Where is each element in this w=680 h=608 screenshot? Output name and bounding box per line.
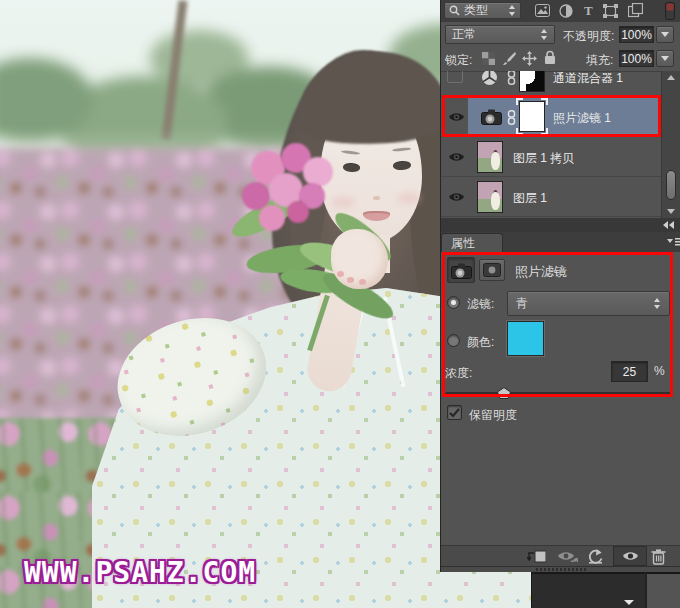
chevron-updown-icon bbox=[541, 29, 548, 40]
preserve-luminosity-label: 保留明度 bbox=[469, 407, 517, 424]
panel-group: 类型 T 正常 不透明度: 100% 锁定: 填充: 100% bbox=[440, 0, 680, 572]
scroll-up-button[interactable] bbox=[662, 71, 680, 84]
mask-properties-button[interactable] bbox=[479, 259, 505, 281]
blend-mode-value: 正常 bbox=[452, 26, 476, 43]
filter-select-dropdown[interactable]: 青 bbox=[507, 291, 670, 316]
collapse-panels-icon[interactable] bbox=[663, 221, 675, 229]
blend-opacity-row: 正常 不透明度: 100% bbox=[441, 22, 680, 48]
clip-to-layer-icon[interactable] bbox=[527, 550, 546, 563]
layer-list: 通道混合器 1 照片滤镜 1 图层 1 拷贝 图层 1 bbox=[441, 71, 661, 218]
chevron-updown-icon bbox=[654, 298, 661, 309]
opacity-label: 不透明度: bbox=[563, 28, 614, 45]
shape-layer-filter-icon[interactable] bbox=[603, 4, 618, 18]
blend-mode-dropdown[interactable]: 正常 bbox=[445, 25, 555, 44]
visibility-toggle-button[interactable] bbox=[613, 546, 647, 566]
bottom-panel-strip bbox=[645, 572, 680, 608]
lock-position-move-icon[interactable] bbox=[522, 51, 537, 66]
toggle-previous-state-icon[interactable] bbox=[555, 550, 579, 564]
layer-row-photo-filter[interactable]: 照片滤镜 1 bbox=[441, 97, 661, 137]
photo-filter-icon bbox=[451, 262, 472, 279]
tab-label: 属性 bbox=[451, 235, 475, 252]
filter-radio[interactable] bbox=[447, 296, 460, 309]
properties-title: 照片滤镜 bbox=[515, 263, 567, 281]
scroll-down-button[interactable] bbox=[662, 205, 680, 218]
preserve-luminosity-checkbox[interactable] bbox=[447, 405, 462, 420]
layer-thumbnail[interactable] bbox=[477, 181, 503, 213]
layer-row-layer1-copy[interactable]: 图层 1 拷贝 bbox=[441, 137, 661, 177]
layer-row-layer1[interactable]: 图层 1 bbox=[441, 177, 661, 217]
properties-panel: 照片滤镜 滤镜: 青 颜色: 浓度: % 保留明度 bbox=[441, 252, 680, 545]
watermark-text: WWW.PSAHZ.COM bbox=[24, 556, 256, 589]
filter-value: 青 bbox=[516, 295, 528, 312]
layer-row-channel-mixer[interactable]: 通道混合器 1 bbox=[441, 71, 661, 97]
scrollbar-thumb[interactable] bbox=[666, 170, 676, 200]
density-slider-track[interactable] bbox=[445, 392, 671, 396]
chevron-down-icon bbox=[661, 32, 669, 37]
chevron-down-icon bbox=[661, 56, 669, 61]
density-slider-thumb[interactable] bbox=[497, 387, 511, 399]
selected-mask-frame bbox=[516, 98, 548, 135]
eye-icon[interactable] bbox=[448, 111, 465, 123]
fill-value[interactable]: 100% bbox=[619, 50, 654, 67]
panel-collapse-bar bbox=[441, 218, 680, 233]
color-label: 颜色: bbox=[467, 334, 494, 351]
smart-object-filter-icon[interactable] bbox=[628, 3, 643, 18]
fill-dropdown-button[interactable] bbox=[656, 50, 674, 67]
layer-name: 图层 1 bbox=[513, 190, 547, 207]
triangle-down-icon bbox=[667, 209, 675, 214]
density-input[interactable] bbox=[611, 361, 648, 382]
opacity-dropdown-button[interactable] bbox=[656, 26, 674, 43]
layer-mask-thumbnail[interactable] bbox=[519, 71, 545, 92]
layer-mask-thumbnail[interactable] bbox=[519, 101, 545, 132]
mask-badge-icon bbox=[483, 263, 501, 277]
chevron-updown-icon bbox=[509, 5, 516, 16]
link-icon bbox=[507, 110, 516, 125]
photo-filter-layer-icon bbox=[481, 108, 502, 125]
eye-icon[interactable] bbox=[448, 191, 465, 203]
layer-name: 图层 1 拷贝 bbox=[513, 150, 574, 167]
properties-tab-bar: 属性 bbox=[441, 232, 680, 252]
layers-scrollbar[interactable] bbox=[661, 71, 680, 218]
opacity-value[interactable]: 100% bbox=[619, 26, 654, 43]
triangle-down-icon[interactable] bbox=[624, 600, 634, 605]
lock-fill-row: 锁定: 填充: 100% bbox=[441, 47, 680, 72]
layer-thumbnail[interactable] bbox=[477, 141, 503, 173]
link-icon bbox=[507, 71, 516, 85]
density-label: 浓度: bbox=[445, 365, 472, 382]
lock-pixels-brush-icon[interactable] bbox=[502, 51, 517, 66]
filter-type-label: 类型 bbox=[464, 2, 488, 19]
svg-text:T: T bbox=[584, 3, 593, 18]
search-icon bbox=[449, 5, 460, 16]
layer-name: 通道混合器 1 bbox=[553, 71, 623, 87]
color-radio[interactable] bbox=[447, 334, 460, 347]
filter-label: 滤镜: bbox=[467, 296, 494, 313]
adjustment-layer-filter-icon[interactable] bbox=[559, 4, 573, 18]
bottom-collapsed-panel[interactable] bbox=[531, 572, 645, 608]
lock-transparency-icon[interactable] bbox=[482, 52, 495, 65]
color-swatch[interactable] bbox=[507, 321, 544, 356]
channel-mixer-icon bbox=[481, 71, 498, 86]
fill-label: 填充: bbox=[586, 52, 613, 69]
reset-icon[interactable] bbox=[587, 548, 604, 565]
tab-properties[interactable]: 属性 bbox=[441, 233, 503, 252]
layer-name: 照片滤镜 1 bbox=[553, 110, 611, 127]
density-unit: % bbox=[654, 364, 665, 378]
pixel-layer-filter-icon[interactable] bbox=[535, 4, 550, 17]
splitter-grip bbox=[536, 568, 586, 571]
visibility-toggle-empty[interactable] bbox=[447, 71, 463, 83]
type-layer-filter-icon[interactable]: T bbox=[582, 3, 595, 18]
eye-icon[interactable] bbox=[448, 151, 465, 163]
panel-menu-icon[interactable] bbox=[667, 238, 680, 247]
lock-label: 锁定: bbox=[445, 52, 472, 69]
filter-toggle-icon[interactable] bbox=[665, 2, 675, 20]
delete-icon[interactable] bbox=[651, 549, 666, 565]
layers-filter-bar: 类型 T bbox=[441, 0, 680, 23]
triangle-up-icon bbox=[667, 75, 675, 80]
check-icon bbox=[449, 408, 460, 418]
layer-filter-type-dropdown[interactable]: 类型 bbox=[444, 2, 521, 19]
lock-all-icon[interactable] bbox=[544, 50, 556, 65]
eye-icon bbox=[622, 550, 639, 562]
properties-footer bbox=[441, 545, 680, 567]
photo-filter-header-button[interactable] bbox=[447, 257, 475, 283]
